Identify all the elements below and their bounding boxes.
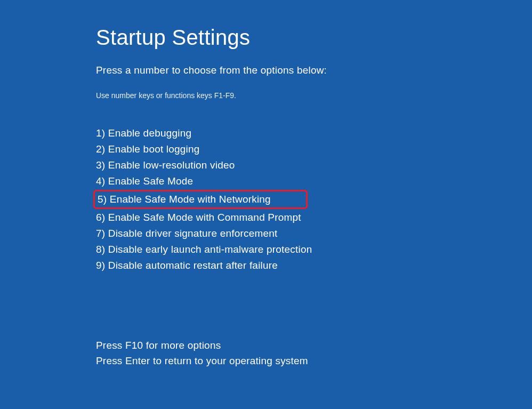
- highlighted-option-border: 5) Enable Safe Mode with Networking: [93, 190, 308, 209]
- more-options-hint: Press F10 for more options: [96, 338, 532, 353]
- page-title: Startup Settings: [96, 26, 532, 50]
- option-disable-driver-signature-enforcement[interactable]: 7) Disable driver signature enforcement: [96, 226, 532, 242]
- option-enable-safe-mode[interactable]: 4) Enable Safe Mode: [96, 173, 532, 189]
- option-disable-early-launch-anti-malware[interactable]: 8) Disable early launch anti-malware pro…: [96, 242, 532, 258]
- option-disable-automatic-restart[interactable]: 9) Disable automatic restart after failu…: [96, 258, 532, 274]
- instruction-subtitle: Press a number to choose from the option…: [96, 65, 532, 76]
- startup-settings-screen: Startup Settings Press a number to choos…: [0, 0, 532, 368]
- option-enable-safe-mode-command-prompt[interactable]: 6) Enable Safe Mode with Command Prompt: [96, 210, 532, 226]
- footer-instructions: Press F10 for more options Press Enter t…: [96, 338, 532, 368]
- option-enable-debugging[interactable]: 1) Enable debugging: [96, 125, 532, 141]
- option-enable-safe-mode-networking[interactable]: 5) Enable Safe Mode with Networking: [98, 191, 271, 207]
- option-enable-boot-logging[interactable]: 2) Enable boot logging: [96, 141, 532, 157]
- return-hint: Press Enter to return to your operating …: [96, 353, 532, 368]
- option-enable-low-resolution-video[interactable]: 3) Enable low-resolution video: [96, 157, 532, 173]
- boot-options-list: 1) Enable debugging 2) Enable boot loggi…: [96, 125, 532, 274]
- keyboard-hint: Use number keys or functions keys F1-F9.: [96, 91, 532, 100]
